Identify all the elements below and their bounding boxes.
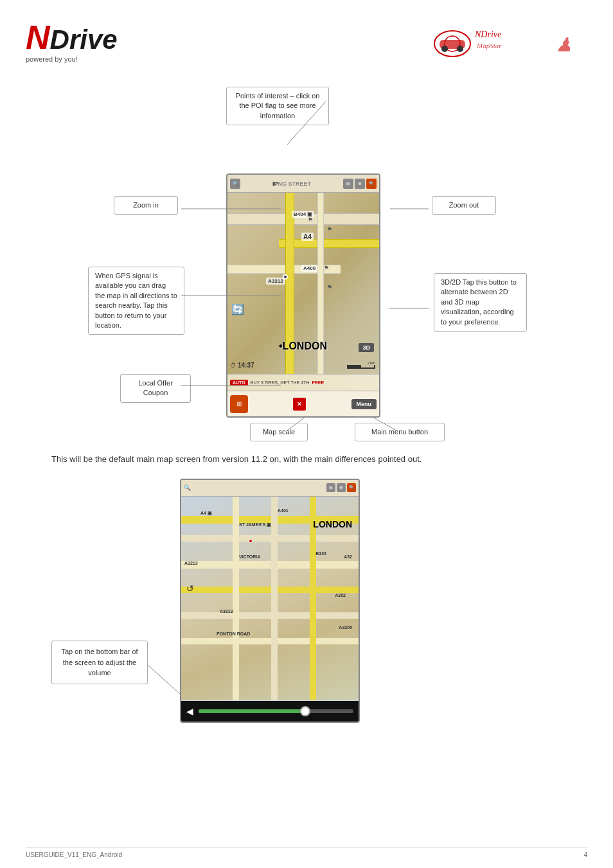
smap-icon-1[interactable]: ⊞ <box>326 483 335 492</box>
smap-stjames: ST JAMES'S ▣ <box>239 522 271 527</box>
logo-block: N Drive powered by you! <box>26 21 118 63</box>
logo-area: N Drive powered by you! <box>26 21 118 63</box>
smap-top-icons: ⊞ ⊕ 🔍 <box>326 483 356 492</box>
footer-right: 4 <box>583 851 587 858</box>
3d-callout: 3D/2D Tap this button to alternate betwe… <box>434 273 527 332</box>
smap-body: A401 A4 ▣ ST JAMES'S ▣ LONDON A3213 VICT… <box>181 497 359 723</box>
zoom-out-label: Zoom out <box>449 201 479 209</box>
volume-callout-box: Tap on the bottom bar of the screen to a… <box>51 641 148 684</box>
bottom-icon[interactable]: ⊞ <box>230 395 248 413</box>
smap-b323: B323 <box>315 551 326 556</box>
footer: USERGUIDE_V11_ENG_Android 4 <box>26 847 587 858</box>
page: N Drive powered by you! NDrive MapStar <box>0 0 613 868</box>
main-map: 🔍 IPNG STREET ⊞ ⊕ 🔍 B404 ▣ A4 A <box>226 173 380 418</box>
smap-a401: A401 <box>278 508 289 513</box>
smap-a4: A4 ▣ <box>200 511 212 516</box>
smap-search-icon[interactable]: 🔍 <box>184 484 191 491</box>
map-poi-4[interactable]: ⚑ <box>327 284 332 290</box>
street-name: IPNG STREET <box>272 181 311 187</box>
smap-road-h4 <box>181 638 359 644</box>
time-area: ⏱ 14:37 <box>230 362 254 369</box>
smap-top-bar: 🔍 ⊞ ⊕ 🔍 <box>181 480 359 497</box>
zoom-out-callout: Zoom out <box>432 196 496 215</box>
local-offer-callout: Local Offer Coupon <box>120 374 191 403</box>
diagram-wrapper: Points of interest – click on the POI fl… <box>82 84 531 443</box>
smap-victoria: VICTORIA <box>239 554 260 559</box>
menu-button[interactable]: Menu <box>351 399 377 409</box>
map-scale-label: Map scale <box>263 428 295 436</box>
svg-text:NDrive: NDrive <box>474 30 501 39</box>
map-icon-search2[interactable]: 🔍 <box>366 179 377 189</box>
smap-road-yellow <box>181 587 359 593</box>
smap-a202: A202 <box>335 593 346 598</box>
logo-text-row: N Drive <box>26 21 118 54</box>
logo-drive: Drive <box>50 26 118 53</box>
svg-point-4 <box>457 46 463 52</box>
map-poi-2[interactable]: ⚑ <box>327 226 332 233</box>
logo-sub: powered by you! <box>26 55 78 63</box>
svg-line-16 <box>148 665 180 694</box>
smap-location-icon[interactable]: ↺ <box>186 583 194 594</box>
logo-n: N <box>26 21 50 54</box>
close-button[interactable]: ✕ <box>293 398 306 411</box>
volume-track[interactable] <box>199 709 353 713</box>
map-icon-1[interactable]: ⊞ <box>343 179 353 189</box>
road-label-a4: A4 <box>301 233 314 241</box>
london-label: •LONDON <box>279 341 327 352</box>
map-icon-2[interactable]: ⊕ <box>355 179 365 189</box>
smap-road-h2 <box>181 561 359 569</box>
smap-road-v3 <box>310 497 316 723</box>
zoom-in-callout: Zoom in <box>114 196 178 215</box>
main-menu-callout: Main menu button <box>355 423 445 441</box>
second-map: 🔍 ⊞ ⊕ 🔍 <box>180 479 360 723</box>
svg-text:♟: ♟ <box>555 34 573 55</box>
map-scale-callout: Map scale <box>250 423 308 441</box>
local-offer-label: Local Offer Coupon <box>138 379 173 396</box>
ad-free: FREE <box>312 380 324 385</box>
volume-thumb[interactable] <box>300 706 310 716</box>
time-display: 14:37 <box>238 362 254 369</box>
3d-button[interactable]: 3D <box>359 343 374 352</box>
smap-ponton: PONTON ROAD <box>217 632 250 636</box>
ad-logo: AUTO <box>230 380 248 385</box>
scale-fill <box>348 365 361 368</box>
map-bottom-bar: ⊞ ✕ Menu <box>227 391 379 416</box>
smap-a32: A32 <box>344 554 352 559</box>
second-map-section: Tap on the bottom bar of the screen to a… <box>51 479 562 723</box>
volume-callout-text: Tap on the bottom bar of the screen to a… <box>61 648 138 677</box>
smap-london: LONDON <box>313 519 352 529</box>
description-text: This will be the default main map screen… <box>51 453 562 466</box>
right-logo-svg: NDrive MapStar ♟ <box>420 19 587 64</box>
mode-3d-label: 3D/2D Tap this button to alternate betwe… <box>441 278 517 326</box>
location-icon[interactable]: 🔄 <box>231 303 244 315</box>
footer-left: USERGUIDE_V11_ENG_Android <box>26 851 122 858</box>
road-label-a400: A400 <box>301 265 317 272</box>
scale-bar: 20m <box>347 361 375 369</box>
smap-a3213: A3213 <box>184 561 198 565</box>
poi-label: Points of interest – click on the POI fl… <box>236 92 320 120</box>
svg-text:MapStar: MapStar <box>476 42 502 49</box>
smap-icon-3[interactable]: 🔍 <box>347 483 356 492</box>
map-poi-3[interactable]: ⚑ <box>324 265 329 271</box>
main-menu-label: Main menu button <box>371 428 428 436</box>
map-poi-1[interactable]: ⚑ <box>308 217 313 223</box>
ad-text: BUY 3 TIRES, GET THE 4TH <box>251 380 310 385</box>
smap-icon-2[interactable]: ⊕ <box>337 483 346 492</box>
smap-road-h1 <box>181 535 359 542</box>
header: N Drive powered by you! NDrive MapStar <box>26 19 587 64</box>
volume-fill <box>199 709 307 713</box>
description-section: This will be the default main map screen… <box>51 453 562 466</box>
svg-point-3 <box>441 46 448 52</box>
map-icon-search[interactable]: 🔍 <box>230 179 240 189</box>
volume-bar[interactable]: ◀ <box>181 701 359 722</box>
smap-road-v2 <box>271 497 278 723</box>
gps-label: When GPS signal is available you can dra… <box>95 272 177 329</box>
map-top-bar: 🔍 IPNG STREET ⊞ ⊕ 🔍 <box>227 175 379 193</box>
smap-a3205: A3205 <box>339 625 352 630</box>
smap-a3212: A3212 <box>220 609 233 614</box>
zoom-in-label: Zoom in <box>133 201 159 209</box>
smap-gps-dot <box>249 539 253 543</box>
header-right-decoration: NDrive MapStar ♟ <box>420 19 587 64</box>
poi-callout: Points of interest – click on the POI fl… <box>226 87 329 125</box>
road-label-a3212: A3212 <box>266 278 285 285</box>
